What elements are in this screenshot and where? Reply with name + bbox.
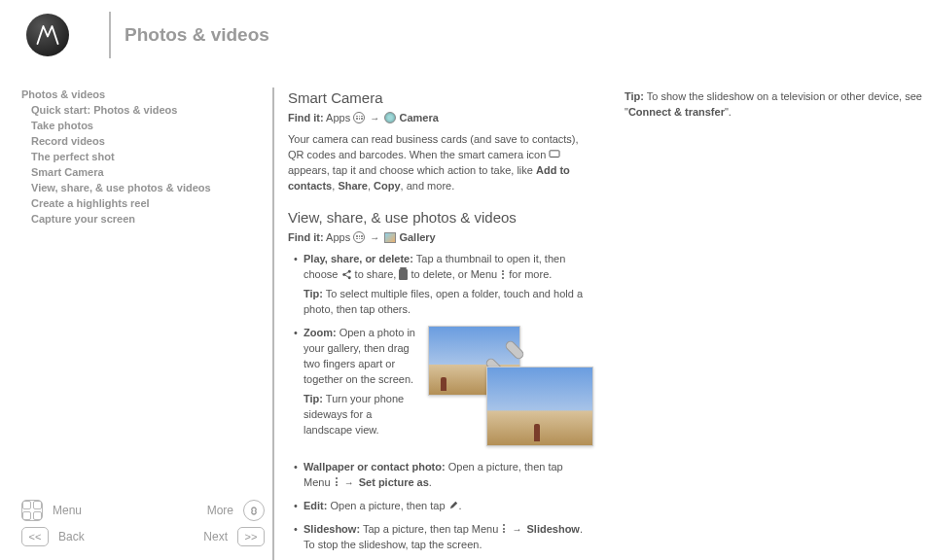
motorola-m-icon [33,20,62,50]
back-button[interactable]: Back [58,530,85,543]
bullet-zoom: Zoom: Open a photo in your gallery, then… [294,326,589,452]
toc-item-smartcamera[interactable]: Smart Camera [31,165,263,181]
toc-item-takephotos[interactable]: Take photos [31,119,263,134]
arrow-icon: → [370,231,379,246]
toc-item-highlights[interactable]: Create a highlights reel [31,196,263,212]
next-button[interactable]: Next [203,530,228,543]
menu-button[interactable]: Menu [53,504,82,517]
more-button[interactable]: More [207,504,233,517]
apps-icon [353,231,365,243]
menu-overflow-icon [502,270,504,279]
toc-item-perfectshot[interactable]: The perfect shot [31,150,263,165]
arrow-icon: → [344,476,354,491]
bullet-play-share-delete: Play, share, or delete: Tap a thumbnail … [294,252,589,318]
menu-overflow-icon [336,477,338,486]
view-share-heading: View, share, & use photos & videos [288,207,589,228]
arrow-icon: → [512,523,521,538]
bullet-slideshow: Slideshow: Tap a picture, then tap Menu … [294,522,589,553]
view-share-findit: Find it: Apps → Gallery [288,230,589,246]
bullet-wallpaper: Wallpaper or contact photo: Open a pictu… [294,460,589,491]
trash-icon [399,269,408,280]
smart-camera-icon [549,150,560,159]
menu-grid-icon[interactable] [21,500,43,521]
camera-icon [384,112,396,123]
smart-camera-heading: Smart Camera [288,88,589,109]
toc-item-quickstart[interactable]: Quick start: Photos & videos [31,103,263,119]
toc-item-viewshare[interactable]: View, share, & use photos & videos [31,181,263,196]
toc-root[interactable]: Photos & videos [21,88,263,103]
slideshow-tv-tip: Tip: To show the slideshow on a televisi… [625,89,926,121]
zoom-thumbnails [428,326,589,452]
page-title: Photos & videos [125,24,269,46]
gallery-icon [384,232,396,243]
svg-rect-0 [550,151,559,158]
smart-camera-body: Your camera can read business cards (and… [288,132,589,194]
toc-item-record[interactable]: Record videos [31,134,263,150]
more-icon[interactable] [243,500,265,521]
smart-camera-findit: Find it: Apps → Camera [288,111,589,126]
back-icon[interactable]: << [21,527,49,546]
arrow-icon: → [370,112,379,126]
photo-thumb-front [486,367,593,446]
pencil-icon [448,500,459,510]
next-icon[interactable]: >> [237,527,265,546]
share-icon [341,269,352,280]
motorola-logo [26,14,69,56]
apps-icon [353,112,365,123]
toc-item-capture[interactable]: Capture your screen [31,212,263,228]
menu-overflow-icon [503,524,505,533]
bullet-edit: Edit: Open a picture, then tap . [294,499,589,514]
